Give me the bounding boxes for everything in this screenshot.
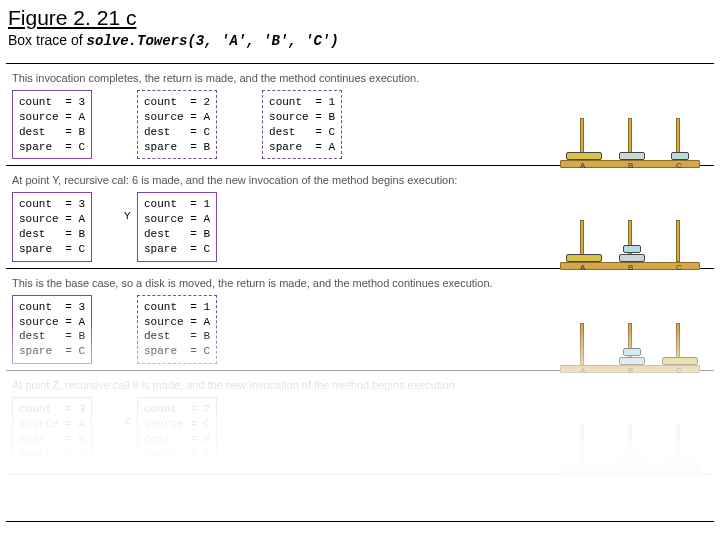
state-box: count = 2 source = A dest = C spare = B: [137, 90, 217, 159]
section-caption: At point Z, recursive call 8 is made, an…: [6, 371, 714, 397]
trace-section: At point Y, recursive cal: 6 is made, an…: [6, 166, 714, 268]
disk-large: [662, 459, 698, 467]
disk-large: [566, 254, 602, 262]
peg-label-a: A: [580, 468, 585, 477]
disk-small: [623, 348, 641, 356]
section-caption: This is the base case, so a disk is move…: [6, 269, 714, 295]
disk-small: [671, 152, 689, 160]
section-row: count = 3 source = A dest = B spare = Cc…: [6, 397, 714, 472]
disk-med: [619, 459, 645, 467]
state-box: count = 2 source = C dest = B spare = A: [137, 397, 217, 466]
disk-large: [566, 152, 602, 160]
peg-a: [580, 425, 584, 467]
disk-med: [619, 254, 645, 262]
state-box: count = 1 source = B dest = C spare = A: [262, 90, 342, 159]
disk-small: [623, 245, 641, 253]
tower-diagram: A B C: [560, 415, 700, 475]
figure-subtitle: Box trace of solve.Towers(3, 'A', 'B', '…: [0, 30, 720, 59]
section-caption: At point Y, recursive cal: 6 is made, an…: [6, 166, 714, 192]
state-box: count = 3 source = A dest = B spare = C: [12, 192, 92, 261]
tower-diagram: A B C: [560, 108, 700, 168]
bottom-rule: [6, 521, 714, 522]
arrow-label: Z: [124, 415, 131, 427]
section-row: count = 3 source = A dest = B spare = Cc…: [6, 295, 714, 370]
state-box: count = 3 source = A dest = B spare = C: [12, 90, 92, 159]
peg-c: [676, 220, 680, 262]
state-box: count = 1 source = A dest = B spare = C: [137, 295, 217, 364]
tower-diagram: A B C: [560, 313, 700, 373]
figure-label: Figure 2. 21 c: [0, 0, 720, 30]
section-row: count = 3 source = A dest = B spare = Cc…: [6, 192, 714, 267]
tower-diagram: A B C: [560, 210, 700, 270]
peg-label-b: B: [628, 468, 633, 477]
trace-section: This is the base case, so a disk is move…: [6, 269, 714, 371]
disk-med: [619, 357, 645, 365]
trace-section: At point Z, recursive call 8 is made, an…: [6, 371, 714, 473]
peg-a: [580, 323, 584, 365]
section-caption: This invocation completes, the return is…: [6, 64, 714, 90]
state-box: count = 1 source = A dest = B spare = C: [137, 192, 217, 261]
peg-label-c: C: [676, 468, 682, 477]
subtitle-prefix: Box trace of: [8, 32, 87, 48]
trace-panel: This invocation completes, the return is…: [6, 63, 714, 475]
disk-med: [619, 152, 645, 160]
section-row: count = 3 source = A dest = B spare = Cc…: [6, 90, 714, 165]
disk-small: [623, 450, 641, 458]
trace-section: This invocation completes, the return is…: [6, 64, 714, 166]
disk-large: [662, 357, 698, 365]
call-signature: solve.Towers(3, 'A', 'B', 'C'): [87, 33, 339, 49]
state-box: count = 3 source = A dest = B spare = C: [12, 295, 92, 364]
arrow-label: Y: [124, 210, 131, 222]
state-box: count = 3 source = A dest = B spare = C: [12, 397, 92, 466]
